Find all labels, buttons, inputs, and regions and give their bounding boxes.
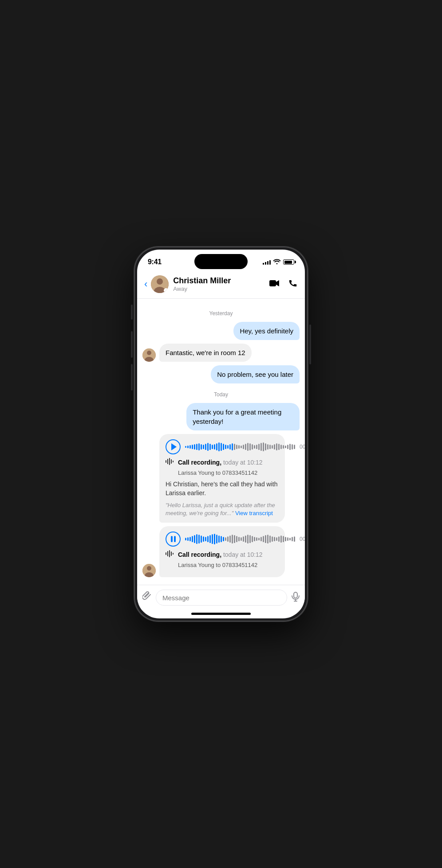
status-indicator	[164, 288, 168, 293]
svg-rect-15	[166, 552, 166, 555]
contact-status: Away	[173, 285, 269, 292]
audio-duration-2: 00:24	[300, 536, 305, 542]
recording-bubble-1: 00:43 Call	[159, 434, 285, 523]
message-bubble: No problem, see you later	[211, 365, 300, 383]
header-actions	[269, 278, 298, 290]
status-bar: 9:41	[137, 250, 305, 272]
power-button[interactable]	[309, 325, 311, 364]
audio-player-1[interactable]: 00:43	[166, 439, 279, 454]
pause-bar-2	[174, 536, 176, 542]
recording-bubble-2: 00:24 Call	[159, 526, 285, 577]
phone-call-button[interactable]	[288, 278, 298, 290]
contact-name: Christian Miller	[173, 276, 269, 286]
recording-time-1: today at 10:12	[223, 459, 263, 466]
sender-avatar-2	[142, 564, 156, 577]
message-input[interactable]	[156, 590, 287, 606]
signal-bar-3	[267, 261, 268, 265]
svg-point-1	[157, 278, 163, 285]
battery-icon	[283, 259, 294, 265]
contact-info: Christian Miller Away	[173, 276, 269, 293]
recording-message-row-1: 00:43 Call	[142, 434, 300, 523]
waveform-2	[185, 532, 295, 546]
svg-point-5	[147, 351, 151, 355]
recording-icon-1	[166, 458, 174, 467]
svg-rect-10	[171, 459, 172, 464]
wifi-icon	[273, 259, 280, 266]
audio-duration-1: 00:43	[300, 444, 305, 450]
recording-message-row-2: 00:24 Call	[142, 526, 300, 577]
svg-rect-17	[169, 550, 170, 557]
recording-body-1: Hi Christian, here's the call they had w…	[166, 480, 279, 498]
svg-rect-3	[269, 280, 276, 286]
svg-rect-11	[173, 461, 174, 462]
recording-info-2: Call recording, today at 10:12	[166, 550, 279, 559]
signal-bar-4	[269, 260, 271, 265]
message-bubble: Thank you for a great meeting yesterday!	[186, 403, 300, 430]
message-row: Fantastic, we're in room 12	[142, 344, 300, 362]
sender-avatar	[142, 348, 156, 362]
chat-header: ‹ Christian Miller Away	[137, 272, 305, 299]
message-row: No problem, see you later	[142, 365, 300, 383]
recording-title-2: Call recording, today at 10:12	[178, 551, 263, 558]
recording-subtitle-2: Larissa Young to 07833451142	[178, 562, 279, 568]
recording-title-text-2: Call recording,	[178, 551, 221, 558]
svg-rect-20	[294, 592, 297, 598]
view-transcript-button-1[interactable]: View transcript	[235, 510, 273, 516]
svg-point-13	[147, 566, 151, 571]
attach-button[interactable]	[142, 591, 151, 604]
signal-bar-2	[265, 262, 266, 265]
status-time: 9:41	[148, 258, 162, 266]
svg-rect-18	[171, 551, 172, 556]
date-divider-today: Today	[142, 391, 300, 398]
messages-area[interactable]: Yesterday Hey, yes definitely Fantastic,…	[137, 299, 305, 585]
pause-button-2[interactable]	[166, 532, 181, 547]
message-row: Thank you for a great meeting yesterday!	[142, 403, 300, 430]
mic-button[interactable]	[292, 592, 300, 604]
phone-screen: 9:41	[137, 250, 305, 618]
svg-rect-7	[166, 460, 166, 463]
recording-icon-2	[166, 550, 174, 559]
recording-time-2: today at 10:12	[223, 551, 263, 558]
contact-avatar	[151, 275, 169, 293]
dynamic-island	[194, 254, 248, 269]
date-divider-yesterday: Yesterday	[142, 310, 300, 317]
pause-bar-1	[171, 536, 173, 542]
signal-icon	[263, 259, 271, 265]
waveform-1	[185, 440, 295, 454]
battery-fill	[284, 261, 292, 264]
svg-rect-8	[167, 459, 168, 464]
transcript-preview-1: "Hello Larissa, just a quick update afte…	[166, 501, 279, 517]
svg-rect-16	[167, 551, 168, 556]
play-button-1[interactable]	[166, 439, 181, 454]
recording-subtitle-1: Larissa Young to 07833451142	[178, 469, 279, 476]
mute-button[interactable]	[131, 305, 133, 320]
phone-frame: 9:41	[134, 247, 308, 621]
volume-up-button[interactable]	[131, 331, 133, 358]
message-bubble: Fantastic, we're in room 12	[159, 344, 252, 362]
play-icon-1	[171, 443, 177, 450]
message-row: Hey, yes definitely	[142, 322, 300, 340]
signal-bar-1	[263, 263, 264, 265]
audio-player-2[interactable]: 00:24	[166, 532, 279, 547]
message-bubble: Hey, yes definitely	[233, 322, 300, 340]
svg-rect-19	[173, 553, 174, 555]
recording-title-text-1: Call recording,	[178, 459, 221, 466]
volume-down-button[interactable]	[131, 364, 133, 391]
back-button[interactable]: ‹	[144, 279, 147, 289]
home-indicator	[191, 613, 251, 615]
video-call-button[interactable]	[269, 278, 280, 290]
recording-title-1: Call recording, today at 10:12	[178, 459, 263, 466]
status-icons	[263, 259, 294, 266]
recording-info-1: Call recording, today at 10:12	[166, 458, 279, 467]
pause-icon-2	[171, 536, 176, 542]
svg-rect-9	[169, 458, 170, 465]
input-bar	[137, 585, 305, 610]
